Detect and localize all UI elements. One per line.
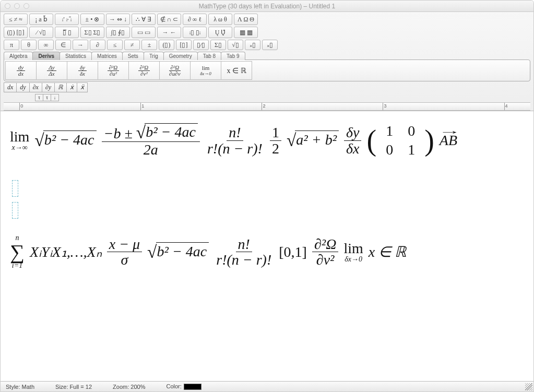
template-button[interactable]: x ∈ ℝ: [221, 61, 252, 80]
mini-button[interactable]: ℝ: [54, 82, 67, 92]
toolbar-button[interactable]: √▯: [228, 40, 243, 50]
toolbar-button[interactable]: ₓ▯: [245, 40, 260, 50]
toolbar-button[interactable]: ▦ ▦: [234, 27, 258, 38]
tab-tab-8[interactable]: Tab 8: [197, 52, 221, 60]
summation: n ∑ i=1: [10, 234, 25, 269]
insertion-slot[interactable]: [12, 180, 18, 197]
toolbar-button[interactable]: ∂ ∞ ℓ: [183, 14, 207, 25]
sqrt-expr-3: √b² − 4ac: [147, 242, 209, 262]
tiny-toggle[interactable]: τ: [35, 94, 43, 101]
toolbar-button[interactable]: ▯⁄▯: [193, 40, 209, 50]
delta-fraction: δy δx: [344, 125, 361, 156]
mini-button[interactable]: ∂y: [42, 82, 55, 92]
limit-expr-2: lim δx→0: [343, 241, 363, 263]
vector-ab: AB: [440, 132, 457, 149]
ruler: 01234: [4, 102, 530, 111]
tab-matrices[interactable]: Matrices: [91, 52, 123, 60]
toolbar-button[interactable]: ∂: [90, 40, 105, 50]
membership: x ∈ ℝ: [369, 243, 406, 260]
window-title: MathType (30 days left in Evaluation) – …: [5, 3, 529, 10]
toolbar-button[interactable]: ≤ ≠ ≈: [4, 14, 28, 25]
template-button[interactable]: ∂²Ω∂v²: [128, 61, 160, 80]
toolbar-button[interactable]: ▯̅ ▯: [55, 27, 79, 38]
toolbar-button[interactable]: →: [73, 40, 88, 50]
binomial-fraction: n! r!(n − r)!: [205, 125, 265, 156]
toolbar-button[interactable]: Ų Ų̂: [208, 27, 232, 38]
tab-tab-9[interactable]: Tab 9: [221, 52, 245, 60]
resize-icon[interactable]: [525, 383, 532, 390]
mini-button[interactable]: ẍ: [77, 82, 88, 92]
tiny-toggle[interactable]: ↓: [51, 94, 59, 101]
toolbar-button[interactable]: ᵢ′ ᵢ· ᵢ̄: [55, 14, 79, 25]
toolbar-button[interactable]: Σ▯: [210, 40, 226, 50]
toolbar-button[interactable]: Σ▯ Σ▯: [80, 27, 104, 38]
toolbar-button[interactable]: ∞: [38, 40, 54, 50]
toolbar-button[interactable]: (▯) [▯]: [4, 27, 28, 38]
toolbar-button[interactable]: [▯]: [176, 40, 192, 50]
toolbar-button[interactable]: (▯): [159, 40, 174, 50]
toolbar-button[interactable]: θ: [21, 40, 37, 50]
minimize-icon[interactable]: [14, 3, 20, 9]
tab-statistics[interactable]: Statistics: [60, 52, 92, 60]
close-icon[interactable]: [5, 3, 10, 9]
mini-button[interactable]: ẋ: [66, 82, 77, 92]
toolbar-button[interactable]: → ⇔ ↓: [106, 14, 130, 25]
tab-sets[interactable]: Sets: [122, 52, 144, 60]
template-button[interactable]: δyδx: [67, 61, 98, 80]
equation-line-1: lim x→∞ √b² − 4ac −b ± √b² − 4ac 2a n! r…: [10, 122, 524, 159]
template-button[interactable]: dydx: [5, 61, 37, 80]
sqrt-expr: √b² − 4ac: [34, 130, 96, 150]
zoom-icon[interactable]: [23, 3, 29, 9]
sequence: XᵢYᵢX₁,…,Xₙ: [30, 243, 102, 260]
tab-trig[interactable]: Trig: [144, 52, 164, 60]
partial-fraction: ∂²Ω ∂v²: [312, 236, 338, 268]
toolbar-button[interactable]: ⁄ √▯: [29, 27, 53, 38]
limit-expr: lim x→∞: [10, 129, 29, 151]
toolbar-area: ≤ ≠ ≈¡ a b̄ᵢ′ ᵢ· ᵢ̄± • ⊗→ ⇔ ↓∴ ∀ ∃∉ ∩ ⊂∂…: [1, 12, 533, 111]
titlebar: MathType (30 days left in Evaluation) – …: [1, 1, 533, 12]
mini-button[interactable]: dy: [16, 82, 29, 92]
tab-derivs[interactable]: Derivs: [32, 52, 60, 60]
status-bar: Style: Math Size: Full = 12 Zoom: 200% C…: [1, 381, 533, 391]
toolbar-button[interactable]: ₓ▯: [262, 40, 278, 50]
tab-geometry[interactable]: Geometry: [163, 52, 198, 60]
mini-button[interactable]: dx: [4, 82, 17, 92]
mini-button[interactable]: ∂x: [29, 82, 42, 92]
toolbar-button[interactable]: ∈: [55, 40, 71, 50]
toolbar-button[interactable]: ≤: [107, 40, 123, 50]
toolbar-button[interactable]: ∫▯ ∮▯: [106, 27, 130, 38]
identity-matrix: ( 10 01 ): [366, 122, 434, 159]
color-swatch[interactable]: [184, 384, 201, 390]
toolbar-button[interactable]: ▭ ▭: [132, 27, 156, 38]
toolbar-button[interactable]: Λ Ω Θ: [234, 14, 258, 25]
equation-line-2: n ∑ i=1 XᵢYᵢX₁,…,Xₙ x − μ σ √b² − 4ac n!…: [10, 234, 524, 269]
toolbar-button[interactable]: ±: [141, 40, 157, 50]
template-button[interactable]: ∂²Ω∂u²: [98, 61, 129, 80]
toolbar-button[interactable]: ± • ⊗: [80, 14, 104, 25]
tab-algebra[interactable]: Algebra: [4, 52, 33, 60]
interval: [0,1]: [279, 244, 307, 260]
toolbar-button[interactable]: π: [4, 40, 19, 50]
template-button[interactable]: limδx→0: [190, 61, 221, 80]
toolbar-button[interactable]: ᵢ▯ ▯ᵢ: [183, 27, 207, 38]
template-button[interactable]: ΔyΔx: [36, 61, 67, 80]
insertion-slot[interactable]: [12, 202, 18, 219]
equation-canvas[interactable]: lim x→∞ √b² − 4ac −b ± √b² − 4ac 2a n! r…: [1, 111, 533, 368]
one-half: 1 2: [270, 125, 281, 156]
toolbar-button[interactable]: λ ω θ: [208, 14, 232, 25]
quadratic-fraction: −b ± √b² − 4ac 2a: [102, 123, 200, 158]
toolbar-button[interactable]: → ←: [157, 27, 181, 38]
sqrt-expr-2: √a² + b²: [287, 130, 339, 150]
toolbar-button[interactable]: ¡ a b̄: [29, 14, 53, 25]
tiny-toggle[interactable]: τ: [43, 94, 51, 101]
toolbar-button[interactable]: ∴ ∀ ∃: [132, 14, 156, 25]
zscore-fraction: x − μ σ: [107, 236, 142, 268]
binomial-fraction-2: n! r!(n − r)!: [214, 236, 274, 268]
template-button[interactable]: ∂²Ω∂u∂v: [159, 61, 191, 80]
toolbar-button[interactable]: ∉ ∩ ⊂: [157, 14, 181, 25]
toolbar-button[interactable]: ≠: [124, 40, 140, 50]
